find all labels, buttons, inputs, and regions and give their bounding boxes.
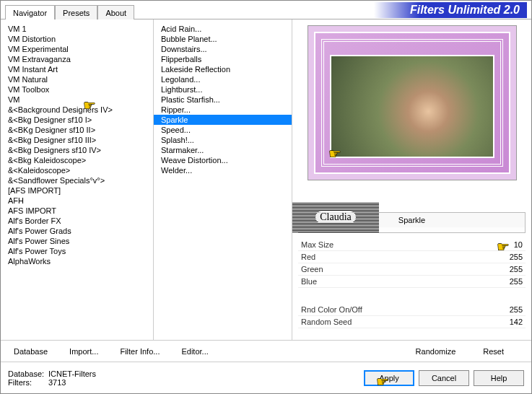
filter-item[interactable]: Lakeside Reflection [154, 64, 292, 74]
param-label: Max Size [301, 240, 497, 249]
category-item[interactable]: AlphaWorks [1, 256, 153, 266]
filter-item[interactable]: Starmaker... [154, 145, 292, 155]
param-row[interactable]: Random Seed142 [298, 316, 526, 328]
category-item[interactable]: &<BKg Designer sf10 II> [1, 125, 153, 135]
apply-button[interactable]: Apply [364, 370, 414, 386]
database-value: ICNET-Filters [48, 369, 96, 378]
param-value: 255 [497, 305, 523, 314]
import-button[interactable]: Import... [64, 344, 104, 359]
parameter-table: Max Size10Red255Green255Blue255 [298, 239, 526, 288]
randomize-button[interactable]: Randomize [410, 344, 462, 359]
param-label: Blue [301, 277, 497, 286]
tab-presets[interactable]: Presets [55, 5, 97, 19]
filter-item[interactable]: Lightburst... [154, 84, 292, 95]
reset-button[interactable]: Reset [477, 344, 510, 359]
filter-item[interactable]: Bubble Planet... [154, 34, 292, 44]
category-item[interactable]: AFH [1, 196, 153, 206]
watermark-badge: Claudia [292, 202, 379, 232]
param-label: Rnd Color On/Off [301, 305, 497, 314]
filter-item[interactable]: Splash!... [154, 135, 292, 145]
app-title: Filters Unlimited 2.0 [374, 2, 527, 18]
category-item[interactable]: VM Distortion [1, 34, 153, 44]
category-item[interactable]: Alf's Power Toys [1, 246, 153, 256]
param-row[interactable]: Red255 [298, 251, 526, 263]
filter-item[interactable]: Plastic Starfish... [154, 95, 292, 105]
filter-item[interactable]: Sparkle [154, 115, 292, 125]
database-info: Database: ICNET-Filters Filters: 3713 [8, 369, 96, 387]
database-label: Database: [8, 369, 48, 378]
filter-item[interactable]: Ripper... [154, 105, 292, 115]
param-row[interactable]: Blue255 [298, 276, 526, 288]
preview-image [308, 25, 517, 180]
category-item[interactable]: VM Instant Art [1, 64, 153, 74]
filter-info-button[interactable]: Filter Info... [114, 344, 165, 359]
param-value: 255 [497, 265, 523, 273]
category-item[interactable]: AFS IMPORT [1, 206, 153, 216]
cancel-button[interactable]: Cancel [419, 370, 469, 386]
category-item[interactable]: Alf's Power Grads [1, 226, 153, 236]
category-item[interactable]: &<Bkg Kaleidoscope> [1, 155, 153, 165]
category-item[interactable]: &<Bkg Designers sf10 IV> [1, 145, 153, 155]
category-item[interactable]: &<Kaleidoscope> [1, 165, 153, 175]
help-button[interactable]: Help [474, 370, 524, 386]
tab-about[interactable]: About [97, 5, 134, 19]
filter-item[interactable]: Acid Rain... [154, 24, 292, 34]
category-item[interactable]: VM Natural [1, 74, 153, 84]
param-label: Random Seed [301, 318, 497, 326]
tab-navigator[interactable]: Navigator [5, 5, 55, 19]
category-item[interactable]: &<Background Designers IV> [1, 105, 153, 115]
database-button[interactable]: Database [8, 344, 53, 359]
category-item[interactable]: Alf's Power Sines [1, 236, 153, 246]
category-item[interactable]: VM 1 [1, 24, 153, 34]
filters-count-label: Filters: [8, 378, 48, 387]
watermark-text: Claudia [315, 211, 356, 223]
param-label: Green [301, 265, 497, 273]
filter-item[interactable]: Legoland... [154, 74, 292, 84]
category-list[interactable]: VM 1VM DistortionVM ExperimentalVM Extra… [1, 19, 154, 340]
param-value: 255 [497, 253, 523, 261]
editor-button[interactable]: Editor... [175, 344, 214, 359]
filters-count-value: 3713 [48, 378, 66, 387]
filter-item[interactable]: Downstairs... [154, 44, 292, 54]
category-item[interactable]: &<Bkg Designer sf10 III> [1, 135, 153, 145]
category-item[interactable]: [AFS IMPORT] [1, 185, 153, 196]
filter-list[interactable]: Acid Rain...Bubble Planet...Downstairs..… [154, 19, 292, 340]
param-label: Red [301, 253, 497, 261]
category-item[interactable]: VM Extravaganza [1, 54, 153, 64]
param-value: 142 [497, 318, 523, 326]
filter-item[interactable]: Speed... [154, 125, 292, 135]
filter-item[interactable]: Welder... [154, 165, 292, 175]
tab-strip: NavigatorPresetsAbout [5, 4, 134, 19]
category-item[interactable]: &<Bkg Designer sf10 I> [1, 115, 153, 125]
parameter-table-2: Rnd Color On/Off255Random Seed142 [298, 304, 526, 328]
category-item[interactable]: VM Experimental [1, 44, 153, 54]
filter-item[interactable]: Weave Distortion... [154, 155, 292, 165]
right-panel: Claudia Sparkle Max Size10Red255Green255… [292, 19, 531, 340]
category-item[interactable]: Alf's Border FX [1, 216, 153, 226]
param-row[interactable]: Max Size10 [298, 239, 526, 251]
param-row[interactable]: Rnd Color On/Off255 [298, 304, 526, 316]
category-item[interactable]: VM Toolbox [1, 84, 153, 95]
param-value: 255 [497, 277, 523, 286]
param-row[interactable]: Green255 [298, 263, 526, 276]
category-item[interactable]: &<Sandflower Specials°v°> [1, 175, 153, 185]
param-value: 10 [497, 240, 523, 249]
filter-item[interactable]: Flipperballs [154, 54, 292, 64]
category-item[interactable]: VM [1, 95, 153, 105]
